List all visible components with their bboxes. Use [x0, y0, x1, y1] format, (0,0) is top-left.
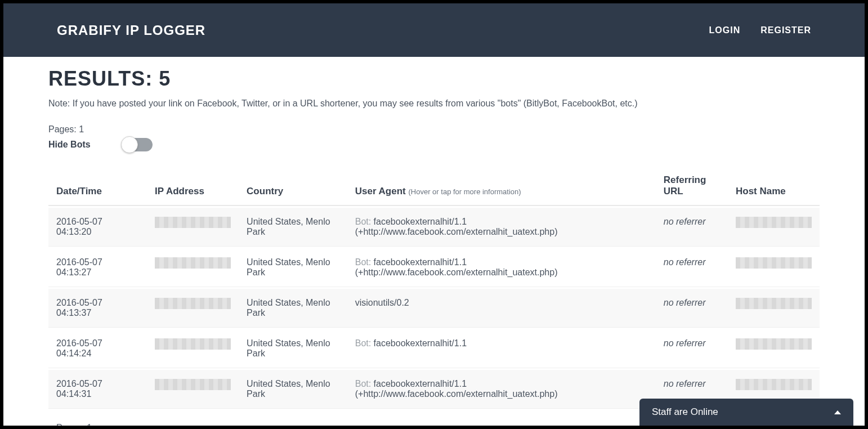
- register-link[interactable]: REGISTER: [760, 25, 811, 35]
- table-row: 2016-05-07 04:13:37United States, Menlo …: [48, 289, 820, 328]
- hide-bots-label: Hide Bots: [48, 140, 91, 150]
- redacted-host: [736, 217, 812, 228]
- cell-useragent[interactable]: Bot: facebookexternalhit/1.1 (+http://ww…: [347, 208, 656, 247]
- cell-datetime: 2016-05-07 04:13:37: [48, 289, 147, 328]
- useragent-text: facebookexternalhit/1.1: [374, 338, 467, 348]
- toggle-knob: [121, 136, 138, 153]
- useragent-text: facebookexternalhit/1.1 (+http://www.fac…: [355, 379, 558, 399]
- login-link[interactable]: LOGIN: [709, 25, 741, 35]
- cell-country: United States, Menlo Park: [239, 370, 347, 409]
- table-row: 2016-05-07 04:13:27United States, Menlo …: [48, 248, 820, 287]
- cell-useragent[interactable]: Bot: facebookexternalhit/1.1 (+http://ww…: [347, 248, 656, 287]
- useragent-text: visionutils/0.2: [355, 298, 409, 307]
- useragent-text: facebookexternalhit/1.1 (+http://www.fac…: [355, 217, 558, 236]
- bot-prefix: Bot:: [355, 338, 374, 348]
- table-row: 2016-05-07 04:13:20United States, Menlo …: [48, 208, 820, 247]
- col-header-datetime: Date/Time: [48, 162, 147, 206]
- cell-ip: [147, 208, 239, 247]
- redacted-host: [736, 257, 812, 269]
- redacted-ip: [155, 298, 231, 309]
- cell-datetime: 2016-05-07 04:13:27: [48, 248, 147, 287]
- nav-links: LOGIN REGISTER: [709, 25, 811, 35]
- cell-country: United States, Menlo Park: [239, 329, 347, 368]
- cell-hostname: [728, 208, 820, 247]
- col-header-ua-text: User Agent: [355, 186, 406, 196]
- chat-widget-label: Staff are Online: [652, 406, 718, 418]
- redacted-host: [736, 298, 812, 309]
- redacted-ip: [155, 338, 231, 350]
- cell-country: United States, Menlo Park: [239, 208, 347, 247]
- col-header-useragent: User Agent (Hover or tap for more inform…: [347, 162, 656, 206]
- redacted-ip: [155, 217, 231, 228]
- redacted-host: [736, 338, 812, 350]
- cell-useragent[interactable]: Bot: facebookexternalhit/1.1: [347, 329, 656, 368]
- col-header-ua-hint: (Hover or tap for more information): [409, 187, 521, 196]
- cell-country: United States, Menlo Park: [239, 289, 347, 328]
- cell-referring: no referrer: [656, 208, 728, 247]
- cell-datetime: 2016-05-07 04:13:20: [48, 208, 147, 247]
- bot-prefix: Bot:: [355, 257, 374, 267]
- results-heading: RESULTS: 5: [48, 67, 820, 91]
- col-header-ip: IP Address: [147, 162, 239, 206]
- cell-ip: [147, 289, 239, 328]
- hide-bots-row: Hide Bots: [48, 138, 820, 151]
- cell-ip: [147, 248, 239, 287]
- chat-widget[interactable]: Staff are Online: [639, 399, 853, 426]
- cell-hostname: [728, 329, 820, 368]
- col-header-referring: Referring URL: [656, 162, 728, 206]
- bot-prefix: Bot:: [355, 217, 374, 226]
- header-bar: GRABIFY IP LOGGER LOGIN REGISTER: [3, 3, 865, 57]
- useragent-text: facebookexternalhit/1.1 (+http://www.fac…: [355, 257, 558, 277]
- pages-top: Pages: 1: [48, 124, 820, 135]
- cell-referring: no referrer: [656, 329, 728, 368]
- cell-hostname: [728, 248, 820, 287]
- cell-ip: [147, 370, 239, 409]
- table-header-row: Date/Time IP Address Country User Agent …: [48, 162, 820, 206]
- redacted-ip: [155, 257, 231, 269]
- results-note: Note: If you have posted your link on Fa…: [48, 99, 820, 109]
- bot-prefix: Bot:: [355, 379, 374, 388]
- cell-referring: no referrer: [656, 289, 728, 328]
- cell-ip: [147, 329, 239, 368]
- chevron-up-icon: [834, 410, 841, 414]
- redacted-host: [736, 379, 812, 390]
- hide-bots-toggle[interactable]: [124, 138, 153, 151]
- cell-useragent[interactable]: Bot: facebookexternalhit/1.1 (+http://ww…: [347, 370, 656, 409]
- cell-datetime: 2016-05-07 04:14:31: [48, 370, 147, 409]
- redacted-ip: [155, 379, 231, 390]
- cell-useragent[interactable]: visionutils/0.2: [347, 289, 656, 328]
- cell-referring: no referrer: [656, 248, 728, 287]
- results-table: Date/Time IP Address Country User Agent …: [48, 160, 820, 410]
- brand-title: GRABIFY IP LOGGER: [57, 23, 205, 38]
- col-header-country: Country: [239, 162, 347, 206]
- cell-datetime: 2016-05-07 04:14:24: [48, 329, 147, 368]
- col-header-hostname: Host Name: [728, 162, 820, 206]
- cell-country: United States, Menlo Park: [239, 248, 347, 287]
- cell-hostname: [728, 289, 820, 328]
- table-row: 2016-05-07 04:14:24United States, Menlo …: [48, 329, 820, 368]
- main-content: RESULTS: 5 Note: If you have posted your…: [3, 57, 865, 426]
